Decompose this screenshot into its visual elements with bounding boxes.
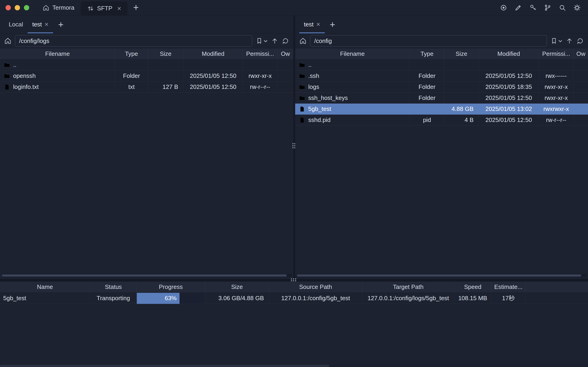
file-owner-cell (277, 70, 293, 81)
file-modified-cell (479, 59, 539, 70)
scrollbar-thumb[interactable] (0, 365, 329, 367)
column-header-type[interactable]: Type (115, 49, 148, 59)
folder-icon (299, 84, 305, 90)
scrollbar-thumb[interactable] (297, 275, 581, 276)
transfer-row[interactable]: 5gb_test Transporting 63% 3.06 GB/4.88 G… (0, 293, 588, 304)
window-tab-termora[interactable]: Termora (36, 0, 81, 15)
file-owner-cell (574, 92, 588, 103)
minimize-window-button[interactable] (15, 5, 20, 10)
zoom-window-button[interactable] (24, 5, 29, 10)
key-manager-button[interactable] (528, 3, 537, 12)
file-type-cell: Folder (410, 92, 444, 103)
column-header-owner[interactable]: Ow (574, 49, 588, 59)
column-header-type[interactable]: Type (410, 49, 444, 59)
close-icon[interactable]: × (45, 21, 49, 28)
home-icon[interactable] (4, 37, 11, 45)
file-row[interactable]: .ssh Folder 2025/01/05 12:50 rwx------ (295, 70, 588, 82)
progress-fill: 63% (137, 293, 179, 304)
right-table-header: Filename Type Size Modified Permissi... … (295, 48, 588, 59)
bookmark-button[interactable] (550, 37, 562, 45)
file-modified-cell: 2025/01/05 12:50 (479, 115, 539, 125)
file-row[interactable]: .. (295, 59, 588, 70)
edit-button[interactable] (513, 3, 523, 12)
scrollbar-thumb[interactable] (2, 275, 287, 276)
file-name-cell: sshd.pid (295, 115, 410, 125)
refresh-button[interactable] (577, 37, 584, 45)
bottom-scrollbar[interactable] (0, 365, 588, 367)
parent-directory-button[interactable] (566, 37, 573, 45)
column-header-filename[interactable]: Filename (0, 49, 115, 59)
file-permissions-cell: rw-r--r-- (243, 82, 277, 92)
divider-handle-icon[interactable] (291, 278, 297, 282)
file-row[interactable]: logs Folder 2025/01/05 18:35 rwxr-xr-x (295, 82, 588, 92)
column-header-permissions[interactable]: Permissi... (539, 49, 574, 59)
column-header-modified[interactable]: Modified (183, 49, 243, 59)
file-row[interactable]: .. (0, 59, 293, 70)
file-size-cell (148, 59, 183, 70)
add-tab-button[interactable]: + (325, 16, 340, 33)
tab-test[interactable]: test × (28, 16, 53, 33)
column-header-filename[interactable]: Filename (295, 49, 410, 59)
record-button[interactable] (499, 3, 508, 12)
column-header-target-path[interactable]: Target Path (362, 282, 454, 292)
column-header-owner[interactable]: Ow (277, 49, 293, 59)
column-header-permissions[interactable]: Permissi... (243, 49, 277, 59)
refresh-icon (282, 37, 289, 45)
horizontal-scrollbar[interactable] (1, 274, 292, 277)
column-header-size[interactable]: Size (205, 282, 269, 292)
pencil-icon (514, 4, 522, 11)
folder-icon (299, 73, 305, 79)
file-row[interactable]: openssh Folder 2025/01/05 12:50 rwxr-xr-… (0, 70, 293, 82)
close-window-button[interactable] (6, 5, 11, 10)
add-tab-button[interactable]: + (53, 16, 68, 33)
column-header-status[interactable]: Status (90, 282, 137, 292)
tab-label: test (304, 21, 314, 28)
home-icon[interactable] (299, 37, 307, 45)
file-modified-cell: 2025/01/05 18:35 (479, 82, 539, 92)
column-header-progress[interactable]: Progress (137, 282, 205, 292)
tab-test[interactable]: test × (299, 16, 325, 33)
parent-directory-button[interactable] (271, 37, 278, 45)
new-window-tab-button[interactable]: + (128, 0, 144, 15)
right-file-area (295, 126, 588, 279)
file-modified-cell (183, 59, 243, 70)
vertical-split-divider[interactable] (293, 16, 295, 279)
right-pane: test × + Filename Type Size Modified (295, 16, 588, 279)
branch-button[interactable] (543, 3, 552, 12)
file-name-cell: .ssh (295, 70, 410, 81)
gear-icon (573, 4, 581, 11)
file-name-cell: logs (295, 82, 410, 92)
column-header-name[interactable]: Name (0, 282, 90, 292)
home-icon (43, 4, 49, 11)
file-size-cell: 127 B (148, 82, 183, 92)
horizontal-scrollbar[interactable] (297, 274, 587, 277)
transfer-speed-cell: 108.15 MB (454, 293, 491, 304)
file-size-cell (148, 70, 183, 81)
search-button[interactable] (558, 3, 567, 12)
file-type-cell: pid (410, 115, 444, 125)
path-input[interactable] (15, 35, 252, 47)
horizontal-split-divider[interactable] (0, 279, 588, 282)
close-icon[interactable]: × (117, 5, 121, 12)
file-row[interactable]: loginfo.txt txt 127 B 2025/01/05 12:50 r… (0, 82, 293, 92)
column-header-speed[interactable]: Speed (454, 282, 491, 292)
file-row[interactable]: ssh_host_keys Folder 2025/01/05 12:50 rw… (295, 92, 588, 104)
close-icon[interactable]: × (316, 21, 320, 28)
file-row-selected[interactable]: 5gb_test 4.88 GB 2025/01/05 13:02 rwxrwx… (295, 104, 588, 115)
column-header-size[interactable]: Size (148, 49, 183, 59)
window-tab-label: Termora (52, 4, 74, 12)
left-file-area (0, 92, 293, 279)
path-input[interactable] (310, 35, 547, 47)
tab-local[interactable]: Local (4, 16, 28, 33)
column-header-size[interactable]: Size (444, 49, 479, 59)
bookmark-button[interactable] (256, 37, 268, 45)
window-tab-sftp[interactable]: SFTP × (81, 1, 128, 15)
file-owner-cell (574, 104, 588, 114)
settings-button[interactable] (572, 3, 581, 12)
titlebar: Termora SFTP × + (0, 0, 588, 16)
column-header-source-path[interactable]: Source Path (269, 282, 362, 292)
column-header-modified[interactable]: Modified (479, 49, 539, 59)
column-header-estimate[interactable]: Estimate... (491, 282, 526, 292)
file-row[interactable]: sshd.pid pid 4 B 2025/01/05 12:50 rw-r--… (295, 115, 588, 126)
refresh-button[interactable] (282, 37, 289, 45)
